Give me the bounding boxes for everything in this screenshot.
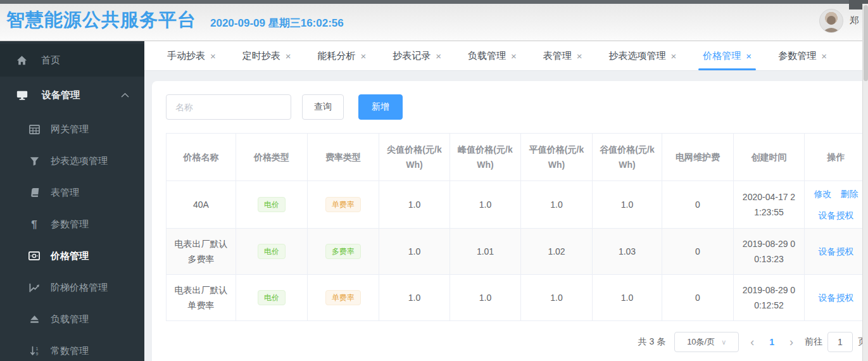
edit-link[interactable]: 修改 [814,186,832,201]
sidebar-item-meter-management[interactable]: 表管理 [0,177,144,208]
sidebar-item-label: 网关管理 [51,124,89,136]
cell-rate-type: 单费率 [308,181,379,229]
chevron-up-icon [121,92,129,98]
cell-peak: 1.0 [450,275,521,321]
main-area: 手动抄表 × 定时抄表 × 能耗分析 × 抄表记录 × 负载管理 × 表管理 × [144,41,868,361]
sidebar-item-label: 阶梯价格管理 [51,282,108,294]
close-icon[interactable]: × [511,51,517,61]
tab-meter-management[interactable]: 表管理 × [530,41,596,70]
sidebar: 首页 设备管理 网关管理 抄表选项管理 [0,41,144,361]
app-window: 智慧能源公共服务平台 2020-09-09 星期三16:02:56 郑 首页 [0,0,868,361]
sidebar-item-reading-options-management[interactable]: 抄表选项管理 [0,145,144,177]
table-row: 电表出厂默认单费率 电价 单费率 1.0 1.0 1.0 1.0 0 2019-… [167,275,868,321]
tab-label: 定时抄表 [242,50,280,62]
close-icon[interactable]: × [210,51,216,61]
tab-energy-analysis[interactable]: 能耗分析 × [305,41,380,70]
tab-label: 表管理 [543,50,572,62]
sidebar-item-label: 首页 [41,54,60,66]
close-icon[interactable]: × [436,51,441,61]
cell-price-type: 电价 [236,275,308,321]
sidebar-item-price-management[interactable]: 价格管理 [0,240,144,272]
page-number[interactable]: 1 [765,337,778,347]
device-auth-link[interactable]: 设备授权 [819,244,854,259]
tab-label: 手动抄表 [167,50,205,62]
sidebar-item-home[interactable]: 首页 [0,44,144,77]
close-icon[interactable]: × [361,51,367,61]
header-datetime: 2020-09-09 星期三16:02:56 [210,16,344,30]
delete-link[interactable]: 删除 [841,186,859,201]
sidebar-item-parameter-management[interactable]: ¶ 参数管理 [0,208,144,240]
sidebar-item-tiered-price-management[interactable]: 阶梯价格管理 [0,272,144,303]
close-icon[interactable]: × [286,51,291,61]
book-icon [30,187,39,198]
toolbar: 查询 新增 [166,94,868,120]
cell-rate-type: 多费率 [308,229,379,275]
close-icon[interactable]: × [746,51,752,61]
cell-price-type: 电价 [236,229,308,275]
vertical-scrollbar[interactable] [862,4,868,361]
close-icon[interactable]: × [821,51,827,61]
tab-load-management[interactable]: 负载管理 × [455,41,530,70]
price-type-badge: 电价 [258,290,286,305]
device-auth-link[interactable]: 设备授权 [819,290,854,305]
tab-label: 能耗分析 [318,50,356,62]
tab-label: 价格管理 [703,50,741,62]
scrollbar-thumb[interactable] [864,5,868,81]
cell-sharp: 1.0 [379,181,450,229]
cell-valley: 1.0 [593,181,662,229]
cell-valley: 1.0 [593,275,662,321]
cell-price-name: 电表出厂默认单费率 [167,275,236,321]
sidebar-item-gateway-management[interactable]: 网关管理 [0,113,144,145]
cell-actions: 设备授权 [805,275,868,321]
col-valley-price: 谷值价格(元/kWh) [593,134,662,181]
close-icon[interactable]: × [577,51,582,61]
page-size-select[interactable]: 10条/页 ∨ [674,332,739,352]
tab-price-management[interactable]: 价格管理 × [689,41,765,70]
total-count-label: 共 3 条 [638,336,666,348]
window-top-strip [0,0,868,4]
cell-created: 2020-04-17 21:23:55 [734,181,805,229]
tab-label: 抄表记录 [393,50,431,62]
sidebar-item-label: 常数管理 [51,345,89,357]
cell-price-name: 电表出厂默认多费率 [167,229,236,275]
sidebar-item-constant-management[interactable]: 1 9 常数管理 [0,335,144,361]
cell-created: 2019-08-29 00:13:23 [734,229,805,275]
tab-bar: 手动抄表 × 定时抄表 × 能耗分析 × 抄表记录 × 负载管理 × 表管理 × [144,41,868,71]
close-icon[interactable]: × [671,51,677,61]
col-rate-type: 费率类型 [308,134,379,181]
table-header-row: 价格名称 价格类型 费率类型 尖值价格(元/kWh) 峰值价格(元/kWh) 平… [167,134,868,181]
add-button[interactable]: 新增 [358,94,403,120]
cell-rate-type: 单费率 [308,275,379,321]
sidebar-item-device-management[interactable]: 设备管理 [0,77,144,113]
next-page-button[interactable]: › [787,336,796,349]
tab-reading-records[interactable]: 抄表记录 × [379,41,455,70]
sidebar-item-label: 表管理 [51,187,79,199]
device-auth-link[interactable]: 设备授权 [819,208,854,223]
cell-grid-fee: 0 [662,229,734,275]
tab-reading-options-management[interactable]: 抄表选项管理 × [596,41,690,70]
home-icon [16,55,27,66]
col-price-name: 价格名称 [167,134,236,181]
cell-price-name: 40A [167,181,236,229]
money-icon [28,251,40,260]
tab-manual-reading[interactable]: 手动抄表 × [154,41,229,70]
person-icon [821,13,842,32]
cell-actions: 修改 删除 设备授权 [805,181,868,229]
svg-text:1: 1 [35,346,38,351]
query-button[interactable]: 查询 [302,94,344,120]
grid-icon [29,125,40,134]
tab-parameter-management[interactable]: 参数管理 × [765,41,840,70]
avatar[interactable] [819,9,843,33]
app-header: 智慧能源公共服务平台 2020-09-09 星期三16:02:56 郑 [0,0,868,41]
goto-label: 前往 [805,336,822,348]
rate-type-badge: 单费率 [325,290,361,305]
goto-page-input[interactable] [827,332,853,352]
name-search-input[interactable] [166,94,291,120]
username-label: 郑 [850,15,859,27]
monitor-icon [16,90,28,101]
prev-page-button[interactable]: ‹ [748,336,757,349]
sidebar-item-load-management[interactable]: 负载管理 [0,303,144,335]
page-size-value: 10条/页 [687,336,715,348]
col-grid-fee: 电网维护费 [662,134,734,181]
tab-scheduled-reading[interactable]: 定时抄表 × [229,41,305,70]
